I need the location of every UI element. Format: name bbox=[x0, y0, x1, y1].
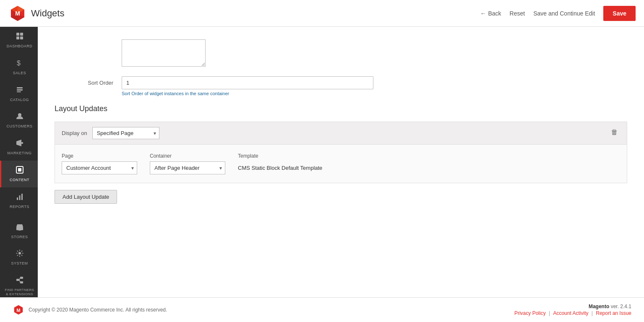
page-select[interactable]: All Pages Customer Account Customer Logi… bbox=[62, 161, 137, 174]
svg-rect-10 bbox=[16, 36, 19, 39]
sidebar-item-label: SALES bbox=[13, 71, 26, 75]
container-col-label: Container bbox=[150, 153, 225, 159]
svg-rect-18 bbox=[21, 142, 23, 144]
page-col: Page All Pages Customer Account Customer… bbox=[62, 153, 137, 174]
sidebar: DASHBOARD $ SALES CATALOG CUSTOMERS MARK… bbox=[0, 27, 38, 297]
sidebar-item-label: MARKETING bbox=[7, 151, 31, 156]
container-col: Container After Page Header Main Content… bbox=[150, 153, 225, 174]
svg-rect-35 bbox=[612, 130, 617, 131]
container-select-wrapper: After Page Header Main Content Area Befo… bbox=[150, 161, 225, 174]
sort-order-hint: Sort Order of widget instances in the sa… bbox=[122, 91, 627, 96]
content-area: Sort Order Sort Order of widget instance… bbox=[38, 27, 644, 297]
footer-version-text: ver. 2.4.1 bbox=[611, 304, 631, 309]
report-issue-link[interactable]: Report an Issue bbox=[596, 310, 631, 316]
svg-line-31 bbox=[19, 280, 20, 283]
privacy-policy-link[interactable]: Privacy Policy bbox=[514, 310, 546, 316]
svg-rect-20 bbox=[18, 168, 21, 171]
layout-updates-section: Layout Updates Display on All Pages Spec… bbox=[55, 104, 627, 204]
sidebar-item-label: REPORTS bbox=[10, 205, 29, 209]
app-body: DASHBOARD $ SALES CATALOG CUSTOMERS MARK… bbox=[0, 27, 644, 297]
page-col-label: Page bbox=[62, 153, 137, 159]
back-button[interactable]: ← Back bbox=[480, 10, 501, 17]
footer-brand: Magento bbox=[589, 304, 609, 309]
sidebar-item-catalog[interactable]: CATALOG bbox=[0, 80, 38, 107]
header-actions: ← Back Reset Save and Continue Edit Save bbox=[480, 6, 636, 21]
footer-version-line: Magento ver. 2.4.1 bbox=[514, 304, 631, 309]
sidebar-item-reports[interactable]: REPORTS bbox=[0, 187, 38, 214]
catalog-icon bbox=[16, 86, 24, 96]
svg-rect-21 bbox=[17, 197, 18, 200]
svg-line-30 bbox=[19, 278, 20, 280]
svg-rect-34 bbox=[615, 132, 616, 135]
svg-rect-8 bbox=[16, 33, 19, 36]
sidebar-item-customers[interactable]: CUSTOMERS bbox=[0, 107, 38, 134]
system-icon bbox=[16, 249, 24, 260]
top-header: M Widgets ← Back Reset Save and Continue… bbox=[0, 0, 644, 27]
svg-rect-13 bbox=[17, 87, 23, 88]
back-arrow-icon: ← bbox=[480, 10, 486, 17]
sidebar-item-label: STORES bbox=[11, 235, 28, 239]
add-layout-update-button[interactable]: Add Layout Update bbox=[55, 190, 117, 204]
layout-update-header: Display on All Pages Specified Page Page… bbox=[55, 122, 627, 145]
description-control bbox=[122, 39, 627, 68]
page-title: Widgets bbox=[31, 8, 480, 19]
description-row bbox=[55, 39, 627, 68]
save-button[interactable]: Save bbox=[603, 6, 636, 21]
svg-rect-23 bbox=[21, 194, 23, 200]
main-content: Sort Order Sort Order of widget instance… bbox=[38, 27, 644, 297]
magento-logo: M bbox=[8, 4, 27, 23]
dashboard-icon bbox=[16, 32, 24, 42]
sidebar-item-content[interactable]: CONTENT bbox=[0, 161, 38, 187]
sales-icon: $ bbox=[16, 59, 24, 69]
sort-order-row: Sort Order Sort Order of widget instance… bbox=[55, 76, 627, 96]
sort-order-label: Sort Order bbox=[55, 76, 122, 86]
footer-logo: M Copyright © 2020 Magento Commerce Inc.… bbox=[13, 304, 167, 316]
sidebar-item-stores[interactable]: STORES bbox=[0, 218, 38, 244]
trash-icon bbox=[611, 129, 618, 136]
sidebar-item-label: CONTENT bbox=[10, 178, 29, 182]
description-textarea[interactable] bbox=[122, 39, 206, 67]
sidebar-item-label: FIND PARTNERS & EXTENSIONS bbox=[3, 288, 36, 296]
sidebar-item-marketing[interactable]: MARKETING bbox=[0, 134, 38, 161]
sidebar-item-label: SYSTEM bbox=[11, 261, 28, 266]
template-col: Template CMS Static Block Default Templa… bbox=[238, 153, 322, 171]
customers-icon bbox=[16, 112, 24, 122]
content-icon bbox=[16, 166, 24, 176]
svg-marker-17 bbox=[16, 140, 21, 146]
svg-rect-14 bbox=[17, 89, 23, 91]
display-on-label: Display on bbox=[62, 130, 87, 136]
delete-layout-update-button[interactable] bbox=[608, 127, 620, 139]
svg-text:M: M bbox=[16, 308, 20, 313]
account-activity-link[interactable]: Account Activity bbox=[553, 310, 588, 316]
sidebar-item-sales[interactable]: $ SALES bbox=[0, 54, 38, 80]
svg-text:M: M bbox=[15, 10, 20, 17]
sidebar-item-system[interactable]: SYSTEM bbox=[0, 244, 38, 271]
footer-copyright: Copyright © 2020 Magento Commerce Inc. A… bbox=[29, 307, 167, 313]
svg-rect-33 bbox=[614, 132, 615, 135]
reset-button[interactable]: Reset bbox=[510, 10, 525, 17]
find-partners-icon bbox=[16, 276, 24, 286]
sort-order-input[interactable] bbox=[122, 76, 373, 89]
container-select[interactable]: After Page Header Main Content Area Befo… bbox=[150, 161, 225, 174]
display-on-select-wrapper: All Pages Specified Page Page Layouts bbox=[92, 127, 159, 139]
sidebar-item-label: CATALOG bbox=[10, 98, 29, 102]
display-on-select[interactable]: All Pages Specified Page Page Layouts bbox=[92, 127, 159, 139]
svg-rect-29 bbox=[20, 281, 23, 283]
reports-icon bbox=[16, 192, 24, 203]
footer-right: Magento ver. 2.4.1 Privacy Policy | Acco… bbox=[514, 304, 631, 316]
svg-rect-9 bbox=[20, 33, 23, 36]
template-col-value: CMS Static Block Default Template bbox=[238, 161, 322, 171]
sidebar-item-dashboard[interactable]: DASHBOARD bbox=[0, 27, 38, 54]
sidebar-item-label: DASHBOARD bbox=[7, 44, 33, 49]
sidebar-item-label: CUSTOMERS bbox=[7, 124, 33, 129]
sidebar-item-find-partners[interactable]: FIND PARTNERS & EXTENSIONS bbox=[0, 271, 38, 297]
svg-point-26 bbox=[18, 252, 21, 254]
svg-point-16 bbox=[18, 113, 21, 117]
footer: M Copyright © 2020 Magento Commerce Inc.… bbox=[0, 297, 644, 322]
page-select-wrapper: All Pages Customer Account Customer Logi… bbox=[62, 161, 137, 174]
stores-icon bbox=[16, 223, 24, 233]
save-continue-button[interactable]: Save and Continue Edit bbox=[533, 10, 595, 17]
layout-updates-title: Layout Updates bbox=[55, 104, 627, 113]
svg-rect-27 bbox=[16, 279, 19, 281]
svg-rect-11 bbox=[20, 36, 23, 39]
